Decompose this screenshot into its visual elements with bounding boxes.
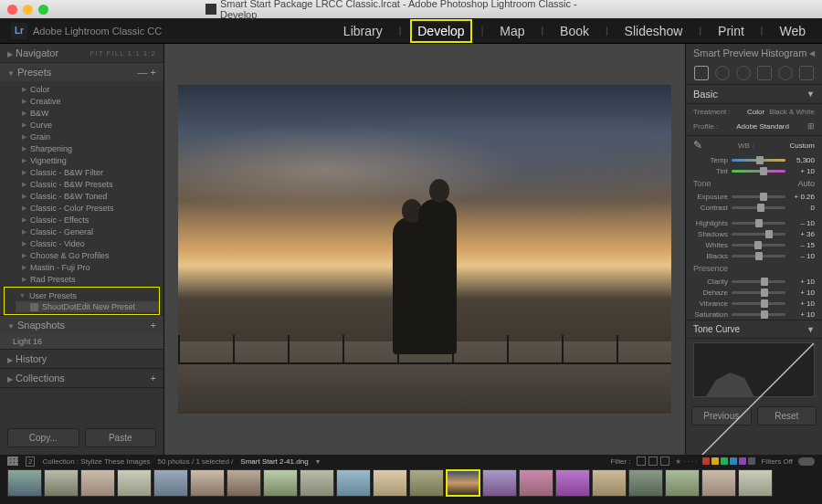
- preset-group[interactable]: ▶Rad Presets: [18, 273, 163, 285]
- module-slideshow[interactable]: Slideshow: [619, 21, 689, 41]
- thumbnail[interactable]: [409, 469, 444, 497]
- thumbnail[interactable]: [7, 469, 42, 497]
- temp-slider[interactable]: Temp5,300: [686, 154, 822, 165]
- thumbnail[interactable]: [117, 469, 152, 497]
- navigator-header[interactable]: ▶ Navigator FIT FILL 1:1 1:2: [0, 44, 163, 62]
- module-print[interactable]: Print: [712, 21, 750, 41]
- preset-group[interactable]: ▶Grain: [18, 131, 163, 142]
- profile-grid-icon[interactable]: ⊞: [807, 121, 815, 131]
- thumbnail[interactable]: [373, 469, 407, 497]
- flag-pick-icon[interactable]: [637, 457, 646, 466]
- radial-filter-icon[interactable]: [778, 66, 793, 80]
- graduated-filter-icon[interactable]: [757, 66, 772, 80]
- tonecurve-header[interactable]: Tone Curve▼: [686, 320, 822, 339]
- thumbnail-selected[interactable]: [446, 469, 480, 497]
- close-window-button[interactable]: [7, 5, 17, 15]
- thumbnail[interactable]: [592, 469, 627, 497]
- preset-group[interactable]: ▶Mastin - Fuji Pro: [18, 261, 163, 273]
- preset-group[interactable]: ▶Curve: [18, 119, 163, 131]
- preset-group[interactable]: ▶Classic - Color Presets: [18, 202, 163, 214]
- thumbnail[interactable]: [482, 469, 517, 497]
- preset-group[interactable]: ▶Classic - General: [18, 226, 163, 237]
- module-develop[interactable]: Develop: [412, 21, 469, 41]
- whites-slider[interactable]: Whites– 15: [686, 239, 822, 250]
- vibrance-slider[interactable]: Vibrance+ 10: [686, 298, 822, 309]
- preset-group[interactable]: ▶Classic - B&W Presets: [18, 178, 163, 190]
- tonecurve-chart[interactable]: [693, 342, 815, 397]
- module-web[interactable]: Web: [774, 21, 811, 41]
- thumbnail[interactable]: [153, 469, 188, 497]
- thumbnail[interactable]: [555, 469, 590, 497]
- thumbnail[interactable]: [336, 469, 371, 497]
- presets-header[interactable]: ▼ Presets — +: [0, 63, 163, 81]
- preset-group[interactable]: ▶Classic - B&W Filter: [18, 166, 163, 178]
- preset-group[interactable]: ▶Vignetting: [18, 154, 163, 166]
- collection-path[interactable]: Collection : Stylize These Images: [42, 457, 150, 466]
- paste-button[interactable]: Paste: [85, 428, 157, 447]
- tint-slider[interactable]: Tint+ 10: [686, 165, 822, 176]
- thumbnail[interactable]: [263, 469, 298, 497]
- image-viewport[interactable]: [164, 44, 685, 455]
- module-map[interactable]: Map: [494, 21, 530, 41]
- profile-value[interactable]: Adobe Standard: [736, 122, 789, 131]
- rating-filter[interactable]: ★ · · · ·: [675, 457, 698, 466]
- chevron-down-icon[interactable]: ▾: [316, 457, 320, 466]
- thumbnail[interactable]: [44, 469, 79, 497]
- flag-reject-icon[interactable]: [660, 457, 669, 466]
- module-book[interactable]: Book: [554, 21, 595, 41]
- history-header[interactable]: ▶ History: [0, 350, 163, 368]
- contrast-slider[interactable]: Contrast0: [686, 202, 822, 213]
- thumbnail[interactable]: [190, 469, 225, 497]
- histogram-header[interactable]: Smart Preview Histogram◀: [686, 44, 822, 62]
- basic-panel-header[interactable]: Basic▼: [686, 85, 822, 104]
- clarity-slider[interactable]: Clarity+ 10: [686, 276, 822, 287]
- preset-group[interactable]: ▶Color: [18, 83, 163, 95]
- user-preset-item[interactable]: ShootDotEdit New Preset: [16, 301, 159, 312]
- crop-tool-icon[interactable]: [694, 66, 709, 80]
- thumbnail[interactable]: [701, 469, 736, 497]
- snapshots-header[interactable]: ▼ Snapshots+: [0, 316, 163, 334]
- maximize-window-button[interactable]: [38, 5, 48, 15]
- thumbnail[interactable]: [519, 469, 553, 497]
- auto-tone-button[interactable]: Auto: [797, 179, 815, 188]
- filter-switch[interactable]: [798, 457, 815, 466]
- preset-group[interactable]: ▶Choose & Go Profiles: [18, 249, 163, 261]
- preset-group[interactable]: ▶Classic - Video: [18, 237, 163, 249]
- redeye-tool-icon[interactable]: [736, 66, 751, 80]
- thumbnail[interactable]: [227, 469, 261, 497]
- module-library[interactable]: Library: [338, 21, 388, 41]
- treatment-color[interactable]: Color: [747, 108, 764, 116]
- color-label-filter[interactable]: [702, 457, 755, 465]
- minimize-window-button[interactable]: [23, 5, 33, 15]
- thumbnail[interactable]: [665, 469, 700, 497]
- copy-button[interactable]: Copy...: [7, 428, 79, 447]
- preset-group[interactable]: ▶B&W: [18, 107, 163, 119]
- collections-header[interactable]: ▶ Collections+: [0, 369, 163, 387]
- thumbnail[interactable]: [80, 469, 115, 497]
- preset-group[interactable]: ▶Classic - B&W Toned: [18, 190, 163, 202]
- thumbnail[interactable]: [628, 469, 663, 497]
- thumbnail-strip[interactable]: [0, 467, 822, 504]
- preset-group[interactable]: ▶Sharpening: [18, 142, 163, 154]
- flag-unflagged-icon[interactable]: [648, 457, 658, 466]
- spot-removal-icon[interactable]: [715, 66, 730, 80]
- saturation-slider[interactable]: Saturation+ 10: [686, 309, 822, 320]
- wb-value[interactable]: Custom: [789, 142, 815, 150]
- treatment-bw[interactable]: Black & White: [769, 108, 815, 116]
- shadows-slider[interactable]: Shadows+ 36: [686, 228, 822, 239]
- thumbnail[interactable]: [738, 469, 773, 497]
- blacks-slider[interactable]: Blacks– 10: [686, 250, 822, 261]
- exposure-slider[interactable]: Exposure+ 0.26: [686, 191, 822, 202]
- preset-group[interactable]: ▶Classic - Effects: [18, 214, 163, 226]
- user-presets-folder[interactable]: ▼User Presets: [16, 289, 159, 301]
- filters-off-label[interactable]: Filters Off: [761, 457, 793, 466]
- grid-view-icon[interactable]: [7, 457, 18, 466]
- eyedropper-icon[interactable]: ✎: [693, 139, 702, 152]
- snapshot-item[interactable]: Light 16: [0, 334, 163, 349]
- highlights-slider[interactable]: Highlights– 10: [686, 217, 822, 228]
- adjustment-brush-icon[interactable]: [799, 66, 814, 80]
- second-window-icon[interactable]: 2: [26, 457, 35, 467]
- dehaze-slider[interactable]: Dehaze+ 10: [686, 287, 822, 298]
- preset-group[interactable]: ▶Creative: [18, 95, 163, 107]
- thumbnail[interactable]: [300, 469, 334, 497]
